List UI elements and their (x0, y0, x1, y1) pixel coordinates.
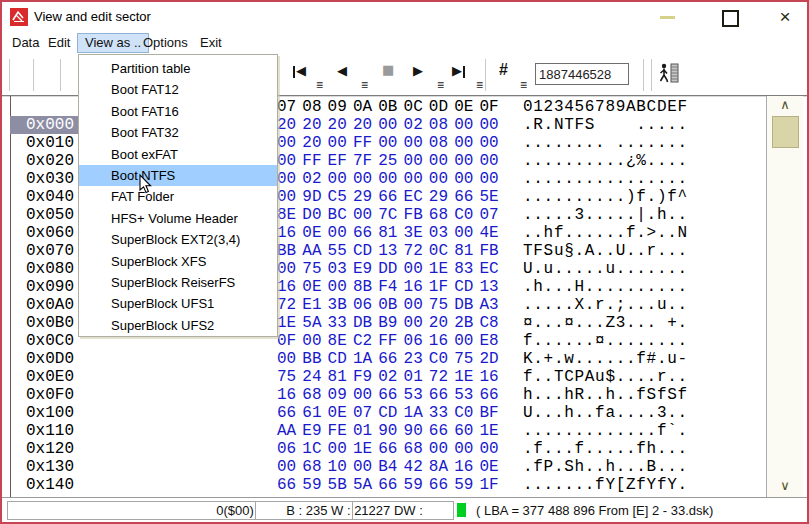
menubar-item[interactable]: View as .. (77, 33, 149, 53)
view-as-menu-item[interactable]: SuperBlock UFS1 (79, 293, 277, 314)
row-hex-bytes[interactable]: 8E D0 BC 00 7C FB 68 C0 07 (277, 206, 499, 224)
row-ascii-text[interactable]: K.+.w......f#.u- (523, 350, 688, 368)
row-ascii-text[interactable]: .....X.r.;...u.. (523, 296, 688, 314)
row-hex-bytes[interactable]: AA E9 FE 01 90 90 66 60 1E (277, 422, 499, 440)
exit-button[interactable] (656, 61, 684, 89)
row-offset-label[interactable]: 0x0B0 (10, 314, 82, 332)
row-ascii-text[interactable]: U...h..fa....3.. (523, 404, 688, 422)
minimize-icon[interactable] (660, 16, 675, 19)
row-hex-bytes[interactable]: 00 02 00 00 00 00 00 00 00 (277, 170, 499, 188)
row-ascii-text[interactable]: .....3.....|.h.. (523, 206, 688, 224)
menubar-item[interactable]: Edit (48, 33, 70, 53)
row-ascii-text[interactable]: .h...H.......... (523, 278, 688, 296)
row-ascii-text[interactable]: .fP.Sh..h...B... (523, 458, 688, 476)
view-as-menu-item[interactable]: SuperBlock XFS (79, 251, 277, 272)
row-hex-bytes[interactable]: 0F 00 8E C2 FF 06 16 00 E8 (277, 332, 499, 350)
row-ascii-text[interactable]: ........ ....... (523, 134, 688, 152)
vertical-scrollbar[interactable]: ∧ ∨ (766, 96, 803, 498)
row-offset-label[interactable]: 0x050 (10, 206, 82, 224)
maximize-icon[interactable] (722, 10, 739, 27)
view-as-menu-item[interactable]: Boot FAT12 (79, 79, 277, 100)
row-hex-bytes[interactable]: 66 59 5B 5A 66 59 66 59 1F (277, 476, 499, 494)
row-hex-bytes[interactable]: 00 FF EF 7F 25 00 00 00 00 (277, 152, 499, 170)
row-offset-label[interactable]: 0x0E0 (10, 368, 82, 386)
row-ascii-text[interactable]: f..TCPAu$....r.. (523, 368, 688, 386)
menubar-item[interactable]: Exit (200, 33, 222, 53)
close-icon[interactable]: × (772, 4, 798, 30)
row-hex-bytes[interactable]: 00 75 03 E9 DD 00 1E 83 EC (277, 260, 499, 278)
row-ascii-text[interactable]: U.u.....u....... (523, 260, 688, 278)
row-ascii-text[interactable]: .R.NTFS ..... (523, 116, 688, 134)
row-offset-label[interactable]: 0x0A0 (10, 296, 82, 314)
row-offset-label[interactable]: 0x120 (10, 440, 82, 458)
view-as-menu-item[interactable]: Boot exFAT (79, 144, 277, 165)
menubar-item[interactable]: Data (12, 33, 39, 53)
row-offset-label[interactable]: 0x080 (10, 260, 82, 278)
row-ascii-text[interactable]: ..hf......f.>..N (523, 224, 688, 242)
row-ascii-text[interactable]: ................ (523, 170, 688, 188)
view-as-menu-item[interactable]: Boot FAT16 (79, 101, 277, 122)
scrollbar-thumb[interactable] (772, 116, 799, 148)
last-sector-button[interactable]: ▶ ≡ (452, 61, 486, 89)
view-as-menu-item[interactable]: Partition table (79, 58, 277, 79)
scroll-down-icon[interactable]: ∨ (767, 478, 803, 495)
row-hex-bytes[interactable]: 72 E1 3B 06 0B 00 75 DB A3 (277, 296, 499, 314)
row-offset-label[interactable]: 0x030 (10, 170, 82, 188)
first-sector-button[interactable]: ◀ ≡ (292, 61, 326, 89)
row-offset-label[interactable]: 0x090 (10, 278, 82, 296)
row-ascii-text[interactable]: TFSu§.A..U..r... (523, 242, 688, 260)
row-ascii-text[interactable]: f......¤........ (523, 332, 688, 350)
row-hex-bytes[interactable]: 16 68 09 00 66 53 66 53 66 (277, 386, 499, 404)
menubar-item[interactable]: Options (143, 33, 188, 53)
row-offset-label[interactable]: 0x0F0 (10, 386, 82, 404)
row-offset-label[interactable]: 0x0D0 (10, 350, 82, 368)
row-ascii-text[interactable]: ¤...¤...Z3... +. (523, 314, 688, 332)
left-arrow-icon: ◀ (337, 63, 347, 78)
view-as-menu-item[interactable]: Boot NTFS (79, 165, 277, 186)
view-as-menu-item[interactable]: HFS+ Volume Header (79, 208, 277, 229)
row-hex-bytes[interactable]: 20 20 20 20 00 02 08 00 00 (277, 116, 499, 134)
row-ascii-text[interactable]: ..........)f.)f^ (523, 188, 688, 206)
sector-number-input[interactable] (535, 63, 629, 85)
row-hex-bytes[interactable]: 00 68 10 00 B4 42 8A 16 0E (277, 458, 499, 476)
row-hex-bytes[interactable]: BB AA 55 CD 13 72 0C 81 FB (277, 242, 499, 260)
view-as-menu-item[interactable]: SuperBlock EXT2(3,4) (79, 229, 277, 250)
row-hex-bytes[interactable]: 75 24 81 F9 02 01 72 1E 16 (277, 368, 499, 386)
row-hex-bytes[interactable]: 16 0E 00 8B F4 16 1F CD 13 (277, 278, 499, 296)
row-offset-label[interactable]: 0x140 (10, 476, 82, 494)
row-hex-bytes[interactable]: 1E 5A 33 DB B9 00 20 2B C8 (277, 314, 499, 332)
goto-sector-button[interactable]: # ≡ (496, 61, 530, 89)
row-ascii-text[interactable]: h...hR..h..fSfSf (523, 386, 688, 404)
row-offset-label[interactable]: 0x130 (10, 458, 82, 476)
row-ascii-text[interactable]: ..........¿%.... (523, 152, 688, 170)
view-as-menu-item[interactable]: SuperBlock UFS2 (79, 315, 277, 336)
scroll-up-icon[interactable]: ∧ (767, 97, 803, 114)
row-ascii-text[interactable]: .............f`. (523, 422, 688, 440)
row-hex-bytes[interactable]: 00 9D C5 29 66 EC 29 66 5E (277, 188, 499, 206)
row-offset-label[interactable]: 0x100 (10, 404, 82, 422)
row-ascii-text[interactable]: .f...f.....fh... (523, 440, 688, 458)
view-as-menu-item[interactable]: SuperBlock ReiserFS (79, 272, 277, 293)
view-as-menu-item[interactable]: Boot FAT32 (79, 122, 277, 143)
status-bar: 0($00) B : 235 W : 21227 DW : 1318081259… (2, 497, 807, 523)
row-offset-label[interactable]: 0x010 (10, 134, 82, 152)
toolbar-separator (9, 59, 10, 91)
row-hex-bytes[interactable]: 16 0E 00 66 81 3E 03 00 4E (277, 224, 499, 242)
row-hex-bytes[interactable]: 06 1C 00 1E 66 68 00 00 00 (277, 440, 499, 458)
row-ascii-text[interactable]: .......fY[ZfYfY. (523, 476, 688, 494)
row-offset-label[interactable]: 0x060 (10, 224, 82, 242)
row-offset-label[interactable]: 0x040 (10, 188, 82, 206)
row-offset-label[interactable]: 0x020 (10, 152, 82, 170)
row-hex-bytes[interactable]: 66 61 0E 07 CD 1A 33 C0 BF (277, 404, 499, 422)
row-offset-label[interactable]: 0x070 (10, 242, 82, 260)
view-as-menu-item[interactable]: FAT Folder (79, 186, 277, 207)
row-hex-bytes[interactable]: 00 20 00 FF 00 00 08 00 00 (277, 134, 499, 152)
row-offset-label[interactable]: 0x110 (10, 422, 82, 440)
status-lba-text: ( LBA = 377 488 896 From [E] 2 - 33.dsk) (476, 502, 713, 519)
next-sector-button[interactable]: ▶ ≡ (413, 61, 447, 89)
row-offset-label[interactable]: 0x000 (10, 116, 82, 134)
stop-button[interactable]: ■ (376, 61, 410, 89)
previous-sector-button[interactable]: ◀ ≡ (337, 61, 371, 89)
row-hex-bytes[interactable]: 00 BB CD 1A 66 23 C0 75 2D (277, 350, 499, 368)
row-offset-label[interactable]: 0x0C0 (10, 332, 82, 350)
